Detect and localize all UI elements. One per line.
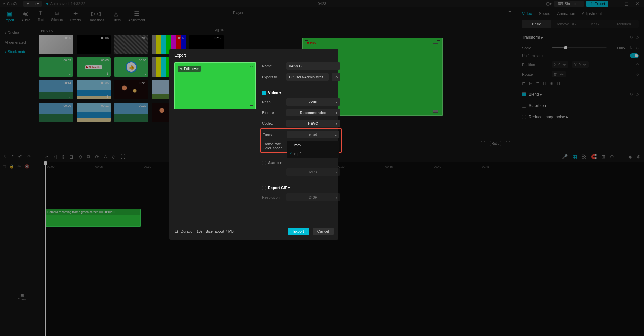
- format-select[interactable]: mp4▴ mov ✓mp4: [287, 131, 339, 138]
- resolution-select[interactable]: 720P▾: [286, 98, 340, 106]
- gif-label: Export GIF ▾: [268, 186, 290, 190]
- folder-icon: 🗁: [334, 75, 338, 79]
- name-label: Name: [262, 64, 283, 68]
- name-input[interactable]: 0423(1): [286, 62, 340, 70]
- format-dropdown: mov ✓mp4: [287, 141, 339, 158]
- colorspace-label: Color space:: [263, 146, 288, 150]
- gif-checkbox[interactable]: [262, 186, 266, 190]
- gif-res-select: 240P▾: [286, 193, 340, 201]
- format-highlight: Format mp4▴ mov ✓mp4 Frame rate Color sp…: [260, 128, 342, 153]
- format-label: Format: [263, 133, 284, 137]
- chevron-down-icon: ▾: [336, 122, 337, 125]
- pencil-icon: ✎: [180, 67, 183, 71]
- gif-res-label: Resolution: [262, 195, 283, 199]
- modal-title: Export: [174, 53, 334, 58]
- folder-button[interactable]: 🗁: [332, 73, 340, 81]
- chevron-down-icon: ▾: [336, 111, 337, 115]
- chevron-up-icon: ▴: [335, 133, 337, 137]
- framerate-label: Frame rate: [263, 142, 284, 146]
- cancel-button[interactable]: Cancel: [313, 228, 334, 235]
- chevron-down-icon: ▾: [336, 100, 337, 104]
- crosshair-icon: +: [214, 84, 216, 88]
- export-button[interactable]: Export: [288, 228, 309, 235]
- audio-format-select: MP3▾: [286, 168, 340, 176]
- video-label: Video ▾: [268, 91, 281, 95]
- resolution-label: Resol...: [262, 100, 283, 104]
- cover-preview[interactable]: ✎Edit cover + •-• └ ▬: [174, 62, 256, 109]
- bitrate-label: Bit rate: [262, 111, 283, 115]
- audio-label: Audio ▾: [268, 161, 282, 165]
- bitrate-select[interactable]: Recommended▾: [286, 109, 340, 116]
- export-modal: Export ✎Edit cover + •-• └ ▬ Name 0423(1…: [169, 49, 338, 240]
- exportto-input[interactable]: C:/Users/Administrat...: [286, 73, 329, 81]
- codec-label: Codec: [262, 121, 283, 125]
- codec-select[interactable]: HEVC▾: [286, 120, 340, 127]
- dropdown-option[interactable]: mov: [287, 141, 339, 149]
- edit-cover-button[interactable]: ✎Edit cover: [178, 66, 201, 72]
- exportto-label: Export to: [262, 75, 283, 79]
- check-icon: ✓: [289, 152, 292, 155]
- film-icon: 🎞: [174, 229, 178, 233]
- export-info: 🎞 Duration: 10s | Size: about 7 MB: [174, 229, 234, 233]
- video-checkbox[interactable]: [262, 91, 266, 95]
- audio-checkbox[interactable]: [262, 161, 266, 165]
- dropdown-option[interactable]: ✓mp4: [287, 149, 339, 158]
